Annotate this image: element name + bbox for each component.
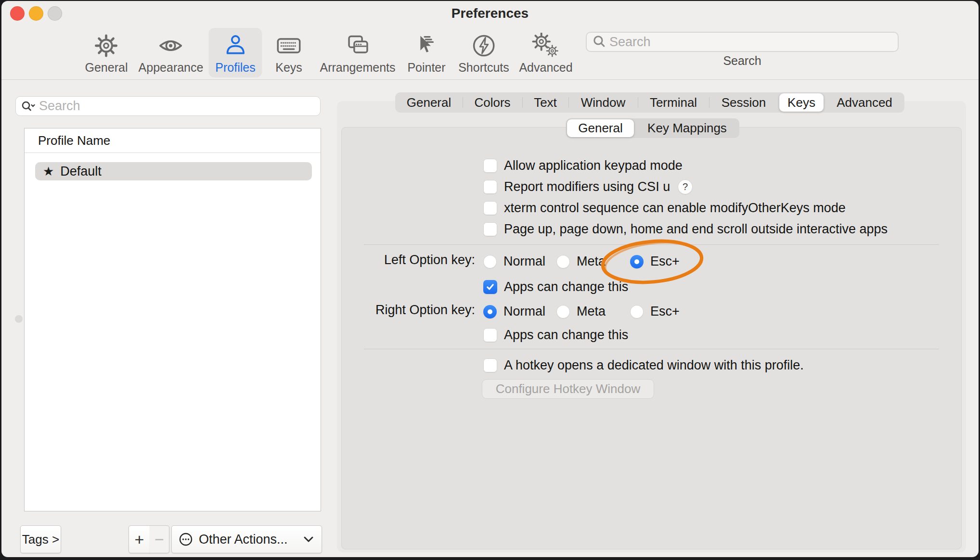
left-apps-can-change-row[interactable]: Apps can change this xyxy=(483,280,628,294)
radio-label: Normal xyxy=(503,254,545,269)
tab-keys[interactable]: Keys xyxy=(779,93,824,112)
radio-label: Normal xyxy=(503,304,545,319)
profile-name: Default xyxy=(60,164,102,179)
right-option-key-label: Right Option key: xyxy=(356,303,475,318)
radio[interactable] xyxy=(630,255,644,268)
toolbar-item-label: Pointer xyxy=(407,61,445,75)
profile-search-input[interactable] xyxy=(39,99,315,114)
checkbox[interactable] xyxy=(483,280,497,294)
toolbar-item-label: Keys xyxy=(275,61,303,75)
checkbox[interactable] xyxy=(483,159,497,173)
radio-label: Meta xyxy=(577,304,606,319)
configure-hotkey-window-button[interactable]: Configure Hotkey Window xyxy=(482,379,654,399)
search-icon xyxy=(593,35,605,49)
preferences-toolbar: General Appearance Profiles xyxy=(1,26,979,79)
bolt-circle-icon xyxy=(458,32,509,60)
profile-tabbar: General Colors Text Window Terminal Sess… xyxy=(395,92,904,113)
checkbox-label: Apps can change this xyxy=(504,280,628,294)
add-profile-button[interactable]: + xyxy=(129,525,150,553)
toolbar-item-label: Shortcuts xyxy=(458,61,509,75)
checkbox-row-scroll-outside[interactable]: Page up, page down, home and end scroll … xyxy=(483,222,888,237)
help-button[interactable]: ? xyxy=(678,179,693,194)
search-scope-icon xyxy=(21,100,35,113)
tab-general[interactable]: General xyxy=(395,92,463,113)
checkbox-label: A hotkey opens a dedicated window with t… xyxy=(504,358,804,373)
toolbar-item-label: Arrangements xyxy=(320,61,395,75)
tags-button[interactable]: Tags > xyxy=(20,525,61,553)
toolbar-item-advanced[interactable]: Advanced xyxy=(512,28,579,77)
toolbar-item-shortcuts[interactable]: Shortcuts xyxy=(451,28,516,77)
left-option-normal[interactable]: Normal xyxy=(483,254,545,269)
toolbar-item-appearance[interactable]: Appearance xyxy=(132,28,210,77)
checkbox[interactable] xyxy=(483,180,497,194)
toolbar-item-label: Advanced xyxy=(519,61,572,75)
radio[interactable] xyxy=(630,305,644,318)
toolbar-search-field[interactable] xyxy=(586,32,899,52)
right-option-esc[interactable]: Esc+ xyxy=(630,304,680,319)
toolbar-divider xyxy=(1,79,979,80)
toolbar-item-profiles[interactable]: Profiles xyxy=(208,28,262,77)
window-title: Preferences xyxy=(1,6,979,21)
star-icon: ★ xyxy=(43,165,54,178)
chevron-down-icon xyxy=(303,536,314,543)
person-icon xyxy=(215,32,255,60)
toolbar-item-pointer[interactable]: Pointer xyxy=(400,28,452,77)
toolbar-item-keys[interactable]: Keys xyxy=(268,28,309,77)
keys-subtabbar: General Key Mappings xyxy=(566,118,739,138)
tab-terminal[interactable]: Terminal xyxy=(638,92,709,113)
section-divider xyxy=(364,349,939,349)
radio[interactable] xyxy=(556,305,570,318)
radio-label: Esc+ xyxy=(650,304,680,319)
toolbar-item-label: Profiles xyxy=(215,61,255,75)
windows-icon xyxy=(320,32,395,60)
checkbox-row-modifyotherkeys[interactable]: xterm control sequence can enable modify… xyxy=(483,201,846,216)
checkbox[interactable] xyxy=(483,222,497,236)
hotkey-window-row[interactable]: A hotkey opens a dedicated window with t… xyxy=(483,358,804,373)
checkbox-label: xterm control sequence can enable modify… xyxy=(504,201,846,216)
checkbox[interactable] xyxy=(483,328,497,342)
profile-row-default[interactable]: ★ Default xyxy=(35,162,312,180)
radio-label: Esc+ xyxy=(650,254,680,269)
left-option-key-label: Left Option key: xyxy=(356,253,475,267)
checkbox-label: Allow application keypad mode xyxy=(504,158,683,173)
checkbox-row-csi-u[interactable]: Report modifiers using CSI u ? xyxy=(483,179,693,194)
radio-label: Meta xyxy=(577,254,606,269)
tab-session[interactable]: Session xyxy=(709,92,778,113)
checkbox-label: Page up, page down, home and end scroll … xyxy=(504,222,888,237)
preferences-window: Preferences General Appearance xyxy=(1,1,979,557)
radio[interactable] xyxy=(483,255,497,268)
tab-text[interactable]: Text xyxy=(522,92,568,113)
subtab-key-mappings[interactable]: Key Mappings xyxy=(635,118,739,138)
checkbox[interactable] xyxy=(483,201,497,215)
profile-search-field[interactable] xyxy=(15,96,321,116)
right-option-meta[interactable]: Meta xyxy=(556,304,606,319)
tab-colors[interactable]: Colors xyxy=(463,92,522,113)
other-actions-label: Other Actions... xyxy=(199,532,288,547)
gear-icon xyxy=(85,32,128,60)
radio[interactable] xyxy=(556,255,570,268)
other-actions-dropdown[interactable]: Other Actions... xyxy=(171,525,322,553)
profile-list: Profile Name ★ Default xyxy=(24,128,321,511)
right-option-normal[interactable]: Normal xyxy=(483,304,545,319)
checkbox-label: Report modifiers using CSI u xyxy=(504,179,670,194)
left-option-meta[interactable]: Meta xyxy=(556,254,606,269)
tab-window[interactable]: Window xyxy=(568,92,638,113)
checkbox[interactable] xyxy=(483,358,497,372)
subtab-general[interactable]: General xyxy=(567,119,634,137)
radio[interactable] xyxy=(483,305,497,318)
checkbox-label: Apps can change this xyxy=(504,328,628,343)
tab-advanced[interactable]: Advanced xyxy=(825,92,904,113)
right-apps-can-change-row[interactable]: Apps can change this xyxy=(483,328,628,343)
section-divider xyxy=(364,244,939,245)
eye-icon xyxy=(139,32,204,60)
left-option-esc[interactable]: Esc+ xyxy=(630,254,680,269)
toolbar-item-general[interactable]: General xyxy=(78,28,135,77)
profile-list-header: Profile Name xyxy=(25,128,321,153)
toolbar-search-input[interactable] xyxy=(609,35,892,50)
toolbar-item-label: Appearance xyxy=(139,61,204,75)
remove-profile-button[interactable]: − xyxy=(150,525,169,553)
toolbar-item-label: General xyxy=(85,61,128,75)
sidebar-edge-dot xyxy=(15,315,23,323)
checkbox-row-keypad-mode[interactable]: Allow application keypad mode xyxy=(483,158,683,173)
toolbar-item-arrangements[interactable]: Arrangements xyxy=(313,28,402,77)
